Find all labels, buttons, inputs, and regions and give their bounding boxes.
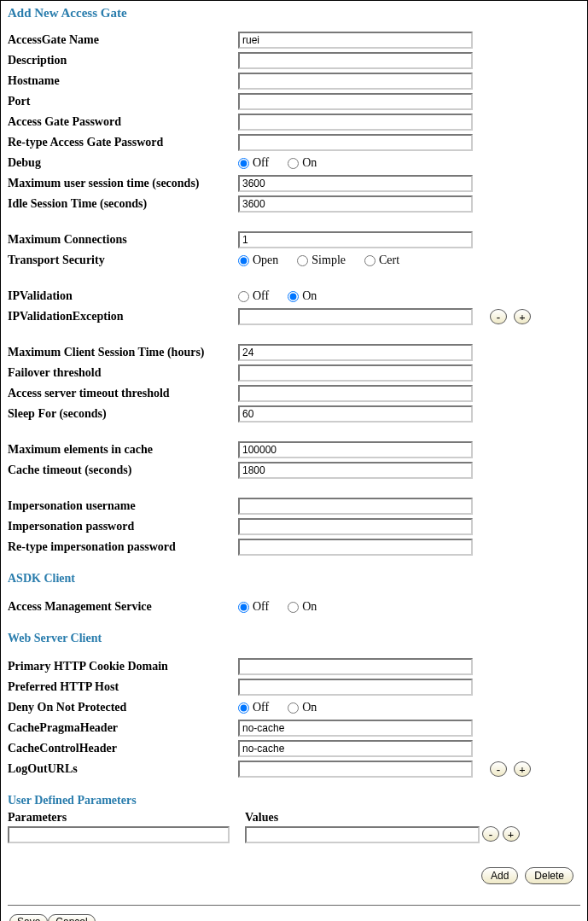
tsec-open-radio[interactable] bbox=[238, 255, 249, 266]
label-impuser: Impersonation username bbox=[8, 499, 238, 513]
label-port: Port bbox=[8, 95, 238, 108]
failover-threshold-input[interactable] bbox=[238, 364, 473, 382]
label-description: Description bbox=[8, 54, 238, 67]
max-connections-input[interactable] bbox=[238, 231, 473, 248]
label-reagpw: Re-type Access Gate Password bbox=[8, 136, 238, 149]
label-logout: LogOutURLs bbox=[8, 762, 238, 776]
cache-timeout-input[interactable] bbox=[238, 462, 473, 479]
ipval-remove-button[interactable]: - bbox=[490, 309, 507, 324]
retype-impersonation-password-input[interactable] bbox=[238, 539, 473, 556]
label-cookie: Primary HTTP Cookie Domain bbox=[8, 660, 238, 673]
logout-remove-button[interactable]: - bbox=[490, 761, 507, 777]
access-server-timeout-input[interactable] bbox=[238, 385, 473, 402]
ipval-on-radio[interactable] bbox=[288, 291, 299, 302]
ipvalidation-exception-input[interactable] bbox=[238, 308, 473, 325]
preferred-http-host-input[interactable] bbox=[238, 679, 473, 696]
section-asdk: ASDK Client bbox=[8, 572, 580, 586]
label-sleep: Sleep For (seconds) bbox=[8, 407, 238, 421]
tsec-cert-radio[interactable] bbox=[364, 255, 376, 266]
sleep-for-input[interactable] bbox=[238, 405, 473, 423]
description-input[interactable] bbox=[238, 52, 473, 69]
idle-session-input[interactable] bbox=[238, 195, 473, 213]
page-title: Add New Access Gate bbox=[8, 6, 580, 20]
deny-on-radio[interactable] bbox=[288, 702, 299, 714]
deny-radio-group: Off On bbox=[238, 701, 473, 714]
label-maxcache: Maximum elements in cache bbox=[8, 443, 238, 457]
logout-urls-input[interactable] bbox=[238, 761, 473, 778]
label-prefhost: Preferred HTTP Host bbox=[8, 680, 238, 694]
label-failover: Failover threshold bbox=[8, 366, 238, 380]
ipval-off-radio[interactable] bbox=[238, 291, 249, 302]
debug-radio-group: Off On bbox=[238, 156, 473, 170]
label-debug: Debug bbox=[8, 156, 238, 170]
label-params: Parameters bbox=[8, 811, 245, 825]
label-tsec: Transport Security bbox=[8, 254, 238, 267]
label-cctrl: CacheControlHeader bbox=[8, 742, 238, 755]
section-udp: User Defined Parameters bbox=[8, 794, 580, 807]
label-values: Values bbox=[245, 811, 482, 825]
logout-add-button[interactable]: + bbox=[514, 761, 531, 777]
label-cachetimeout: Cache timeout (seconds) bbox=[8, 463, 238, 477]
label-name: AccessGate Name bbox=[8, 33, 238, 47]
deny-off-radio[interactable] bbox=[238, 702, 249, 714]
add-button[interactable]: Add bbox=[481, 867, 518, 884]
label-ipvalex: IPValidationException bbox=[8, 310, 238, 324]
tsec-simple-radio[interactable] bbox=[297, 255, 308, 266]
cache-control-header-input[interactable] bbox=[238, 740, 473, 757]
label-maxusersess: Maximum user session time (seconds) bbox=[8, 177, 238, 190]
ipvalidation-radio-group: Off On bbox=[238, 289, 473, 303]
transport-security-radio-group: Open Simple Cert bbox=[238, 254, 473, 267]
max-user-session-input[interactable] bbox=[238, 175, 473, 192]
save-button[interactable]: Save bbox=[9, 914, 48, 921]
port-input[interactable] bbox=[238, 93, 473, 110]
label-maxcli: Maximum Client Session Time (hours) bbox=[8, 346, 238, 359]
hostname-input[interactable] bbox=[238, 73, 473, 90]
debug-on-radio[interactable] bbox=[288, 158, 299, 169]
label-imppw: Impersonation password bbox=[8, 520, 238, 533]
label-idlesess: Idle Session Time (seconds) bbox=[8, 197, 238, 211]
label-reimppw: Re-type impersonation password bbox=[8, 540, 238, 554]
param-remove-button[interactable]: - bbox=[482, 826, 499, 842]
cache-pragma-header-input[interactable] bbox=[238, 720, 473, 737]
impersonation-username-input[interactable] bbox=[238, 498, 473, 515]
label-ipval: IPValidation bbox=[8, 289, 238, 303]
max-cache-elements-input[interactable] bbox=[238, 441, 473, 458]
retype-access-gate-password-input[interactable] bbox=[238, 134, 473, 151]
label-cpragma: CachePragmaHeader bbox=[8, 721, 238, 735]
separator bbox=[8, 905, 580, 906]
max-client-session-input[interactable] bbox=[238, 344, 473, 361]
label-ams: Access Management Service bbox=[8, 600, 238, 614]
param-value-input[interactable] bbox=[245, 826, 480, 843]
delete-button[interactable]: Delete bbox=[525, 867, 573, 884]
label-agpw: Access Gate Password bbox=[8, 115, 238, 129]
form-panel: Add New Access Gate AccessGate Name Desc… bbox=[0, 0, 588, 921]
label-deny: Deny On Not Protected bbox=[8, 701, 238, 714]
access-gate-password-input[interactable] bbox=[238, 114, 473, 131]
param-name-input[interactable] bbox=[8, 826, 230, 843]
ams-off-radio[interactable] bbox=[238, 602, 249, 613]
impersonation-password-input[interactable] bbox=[238, 518, 473, 535]
name-input[interactable] bbox=[238, 32, 473, 49]
label-astimeout: Access server timeout threshold bbox=[8, 387, 238, 400]
ipval-add-button[interactable]: + bbox=[514, 309, 531, 324]
debug-off-radio[interactable] bbox=[238, 158, 249, 169]
ams-on-radio[interactable] bbox=[288, 602, 299, 613]
section-web: Web Server Client bbox=[8, 632, 580, 645]
label-hostname: Hostname bbox=[8, 74, 238, 88]
cookie-domain-input[interactable] bbox=[238, 658, 473, 675]
ams-radio-group: Off On bbox=[238, 600, 473, 614]
param-add-button[interactable]: + bbox=[503, 826, 520, 842]
cancel-button[interactable]: Cancel bbox=[48, 914, 95, 921]
label-maxconn: Maximum Connections bbox=[8, 233, 238, 247]
